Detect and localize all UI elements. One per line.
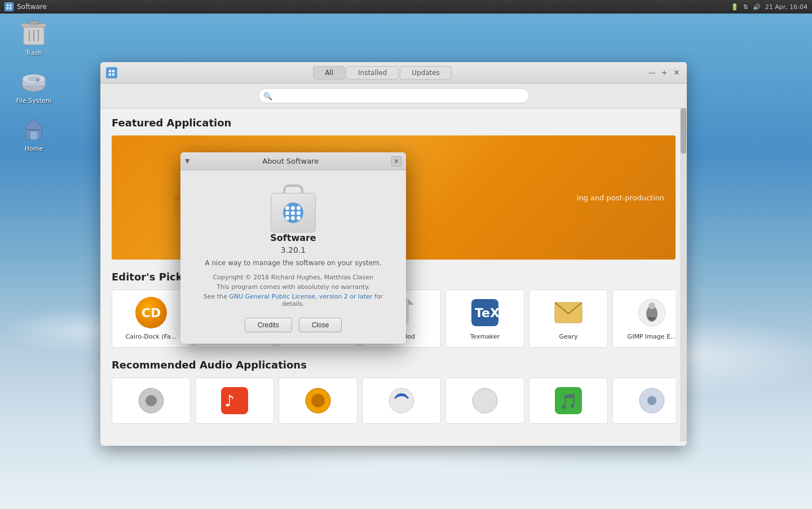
featured-section-title: Featured Application <box>112 117 676 129</box>
home-label: Home <box>25 145 43 152</box>
svg-rect-6 <box>29 21 38 24</box>
about-dialog-titlebar: ▼ About Software ✕ <box>180 152 406 170</box>
desktop-icon-trash[interactable]: Trash <box>11 20 56 56</box>
dot-3 <box>297 206 301 210</box>
search-icon: 🔍 <box>263 91 272 100</box>
taskbar-app-title: Software <box>17 3 47 11</box>
featured-banner-text: ing and post-production <box>577 194 664 202</box>
audio-app-2[interactable]: ♪ <box>195 378 274 424</box>
window-controls-left <box>106 67 117 78</box>
svg-point-50 <box>473 388 497 413</box>
app-card-texmaker[interactable]: TeX Texmaker <box>445 289 524 348</box>
taskbar-app-icon[interactable] <box>5 2 14 11</box>
search-input[interactable] <box>258 88 529 103</box>
desktop-icon-filesystem[interactable]: File System <box>11 68 56 104</box>
svg-point-14 <box>36 78 39 82</box>
window-controls-right: — + ✕ <box>647 68 681 77</box>
scrollbar-track[interactable] <box>680 108 687 441</box>
app-card-cairo-dock[interactable]: CD Cairo-Dock (Fa... <box>112 289 191 348</box>
taskbar-left: Software <box>5 2 47 11</box>
about-credits-button[interactable]: Credits <box>245 318 292 332</box>
window-titlebar: All Installed Updates — + ✕ <box>100 62 687 84</box>
audio-app-6[interactable]: 🎵 <box>529 378 608 424</box>
window-icon <box>106 67 117 78</box>
about-version: 3.20.1 <box>281 245 306 254</box>
bag-logo <box>283 203 303 223</box>
recommended-audio-section: Recommended Audio Applications ♪ <box>112 359 676 424</box>
audio-app-4[interactable] <box>362 378 441 424</box>
taskbar-battery-icon: 🔋 <box>731 3 739 11</box>
svg-rect-2 <box>7 7 8 9</box>
about-close-button[interactable]: ✕ <box>391 156 401 166</box>
dot-6 <box>297 211 301 215</box>
audio-icon-7 <box>636 385 668 416</box>
home-icon <box>20 116 47 143</box>
recommended-audio-title: Recommended Audio Applications <box>112 359 676 371</box>
about-dialog-body: Software 3.20.1 A nice way to manage the… <box>180 170 406 344</box>
bag-logo-dots <box>285 206 301 220</box>
texmaker-icon: TeX <box>469 297 501 328</box>
cairo-dock-label: Cairo-Dock (Fa... <box>126 333 177 340</box>
about-buttons: Credits Close <box>245 318 342 332</box>
about-license-link[interactable]: GNU General Public License, version 2 or… <box>229 293 372 300</box>
dot-8 <box>291 216 295 220</box>
dot-9 <box>297 216 301 220</box>
about-close-dialog-button[interactable]: Close <box>299 318 342 332</box>
gimp-label: GIMP Image E... <box>628 333 676 340</box>
taskbar-right: 🔋 ⇅ 🔊 21 Apr, 16:04 <box>731 3 807 11</box>
dot-5 <box>291 211 295 215</box>
featured-subtitle: ing and post-production <box>577 194 664 202</box>
svg-point-44 <box>145 395 157 406</box>
search-bar-area: 🔍 <box>100 84 687 108</box>
trash-label: Trash <box>25 49 42 56</box>
audio-app-7[interactable] <box>612 378 676 424</box>
dot-4 <box>285 211 289 215</box>
filesystem-label: File System <box>16 97 52 104</box>
svg-point-48 <box>311 394 325 407</box>
window-tabs: All Installed Updates <box>313 66 452 80</box>
svg-rect-20 <box>109 73 111 76</box>
taskbar-network-icon: ⇅ <box>743 3 748 11</box>
filesystem-icon <box>20 68 47 95</box>
dot-2 <box>291 206 295 210</box>
window-close-button[interactable]: ✕ <box>672 68 681 77</box>
about-app-icon <box>271 182 316 232</box>
about-app-name: Software <box>270 232 316 243</box>
dot-7 <box>285 216 289 220</box>
app-card-gimp[interactable]: GIMP Image E... <box>612 289 676 348</box>
svg-text:♪: ♪ <box>224 392 235 410</box>
scrollbar-thumb[interactable] <box>681 108 686 153</box>
svg-rect-17 <box>27 129 41 130</box>
audio-icon-1 <box>135 385 167 416</box>
svg-rect-16 <box>30 131 37 139</box>
texmaker-label: Texmaker <box>470 333 500 340</box>
about-warranty: This program comes with absolutely no wa… <box>217 283 369 291</box>
taskbar: Software 🔋 ⇅ 🔊 21 Apr, 16:04 <box>0 0 812 14</box>
svg-text:TeX: TeX <box>475 306 500 320</box>
audio-app-5[interactable] <box>445 378 524 424</box>
audio-app-3[interactable] <box>279 378 358 424</box>
audio-app-1[interactable] <box>112 378 191 424</box>
desktop-icon-home[interactable]: Home <box>11 116 56 152</box>
window-maximize-button[interactable]: + <box>660 68 669 77</box>
taskbar-datetime: 21 Apr, 16:04 <box>765 3 807 11</box>
svg-point-49 <box>389 388 414 413</box>
svg-text:🎵: 🎵 <box>559 392 578 410</box>
about-license-text: See the GNU General Public License, vers… <box>192 293 395 308</box>
about-license-prefix: See the <box>204 293 230 300</box>
svg-rect-19 <box>112 70 114 72</box>
window-minimize-button[interactable]: — <box>647 68 656 77</box>
app-card-geary[interactable]: Geary <box>529 289 608 348</box>
tab-all[interactable]: All <box>313 66 345 80</box>
svg-point-42 <box>648 302 655 309</box>
about-dialog: ▼ About Software ✕ <box>180 152 406 344</box>
tab-updates[interactable]: Updates <box>400 66 452 80</box>
gimp-icon <box>636 297 668 328</box>
svg-point-54 <box>647 396 656 405</box>
audio-icon-6: 🎵 <box>553 385 584 416</box>
audio-icon-5 <box>469 385 501 416</box>
taskbar-volume-icon: 🔊 <box>753 3 761 11</box>
audio-icon-4 <box>386 385 417 416</box>
bag-body <box>271 193 316 232</box>
tab-installed[interactable]: Installed <box>346 66 399 80</box>
